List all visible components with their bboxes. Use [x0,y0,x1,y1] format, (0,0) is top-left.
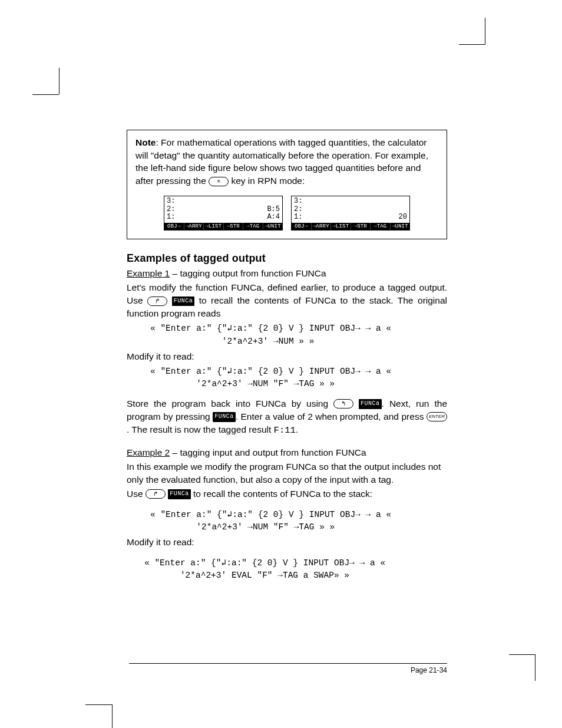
right-shift-key-icon: ↱ [147,297,167,306]
text: . The result is now the tagged result [127,424,274,434]
menu-item: →STR [351,223,371,230]
text: Use [127,489,146,499]
menu-item: →TAG [371,223,391,230]
stack-value: A:4 [267,213,280,222]
text: . Enter a value of 2 when prompted, and … [236,411,427,421]
stack-level: 2: [167,206,175,214]
stack-value: B:5 [267,206,280,214]
code-block: « "Enter a:" {"↲:a:" {2 0} V } INPUT OBJ… [150,365,447,390]
text: Modify it to read: [127,350,447,363]
calc-screen-before: 3: 2:B:5 1:A:4 OBJ→ →ARRY →LIST →STR →TA… [164,196,283,231]
menu-item: →UNIT [391,223,410,230]
stack-level: 1: [294,213,302,222]
example-2-heading: Example 2 [127,447,170,457]
menu-item: →ARRY [312,223,332,230]
menu-item: OBJ→ [164,223,184,230]
note-box: Note: For mathematical operations with t… [127,130,447,239]
example-2: Example 2 – tagging input and output fro… [127,446,447,582]
multiply-key-icon: × [209,177,229,186]
text: to recall the contents of FUNCa to the s… [193,489,372,499]
menu-item: →STR [224,223,244,230]
menu-item: →UNIT [263,223,283,230]
menu-item: →LIST [331,223,351,230]
right-shift-key-icon: ↱ [146,489,166,499]
funca-softkey: FUNCa [168,489,191,499]
funca-softkey: FUNCa [172,297,195,306]
calc-screen-after: 3: 2: 1:20 OBJ→ →ARRY →LIST →STR →TAG →U… [291,196,410,231]
text: . [296,424,298,434]
text: Store the program back into FUNCa by usi… [127,398,333,409]
code-block: « "Enter a:" {"↲:a:" {2 0} V } INPUT OBJ… [150,509,447,533]
stack-level: 3: [167,197,175,206]
menu-item: →TAG [243,223,263,230]
section-heading: Examples of tagged output [127,252,447,265]
funca-softkey: FUNCa [213,412,236,421]
text: In this example we modify the program FU… [127,460,447,486]
page-footer: Page 21-34 [129,663,447,674]
menu-item: →LIST [204,223,224,230]
code-block: « "Enter a:" {"↲:a:" {2 0} V } INPUT OBJ… [144,557,447,582]
note-label: Note [135,137,156,147]
text: – tagging input and output from function… [170,447,366,457]
stack-level: 1: [167,213,175,222]
stack-value: 20 [399,213,407,222]
note-text-after: key in RPN mode: [231,176,305,186]
page-content: Note: For mathematical operations with t… [127,130,447,584]
funca-softkey: FUNCa [359,399,382,409]
stack-level: 3: [294,197,302,206]
softkey-menu: OBJ→ →ARRY →LIST →STR →TAG →UNIT [164,223,282,230]
menu-item: →ARRY [184,223,204,230]
menu-item: OBJ→ [292,223,312,230]
left-shift-key-icon: ↰ [333,399,353,409]
enter-key-icon: ENTER [427,412,447,421]
text: Modify it to read: [127,536,447,549]
softkey-menu: OBJ→ →ARRY →LIST →STR →TAG →UNIT [292,223,409,230]
stack-level: 2: [294,206,302,214]
example-1: Example 1 – tagging output from function… [127,267,447,436]
code-block: « "Enter a:" {"↲:a:" {2 0} V } INPUT OBJ… [150,322,447,347]
calculator-screenshots: 3: 2:B:5 1:A:4 OBJ→ →ARRY →LIST →STR →TA… [135,196,438,231]
result-text: F:11 [274,425,296,436]
text: – tagging output from function FUNCa [170,268,326,278]
example-1-heading: Example 1 [127,268,170,278]
